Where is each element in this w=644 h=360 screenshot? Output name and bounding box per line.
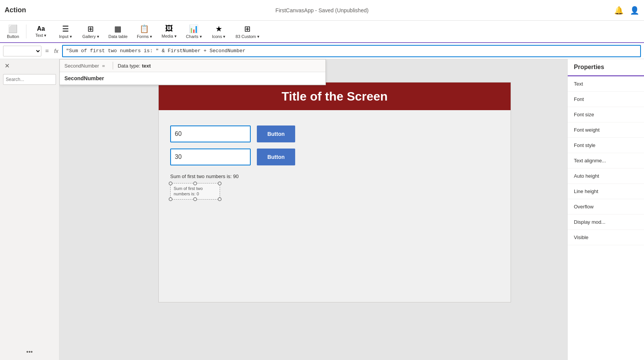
input-icon: ☰ — [62, 24, 69, 33]
gallery-icon: ⊞ — [87, 24, 94, 33]
selected-label-text: Sum of first two numbers is: 0 — [174, 186, 217, 197]
ribbon-media-label: Media — [162, 34, 177, 39]
formula-fx-label: fx — [53, 48, 60, 54]
autocomplete-suggestion[interactable]: SecondNumber — [60, 72, 325, 85]
button-2[interactable]: Button — [257, 149, 295, 165]
autocomplete-row: SecondNumber = Data type: text — [60, 59, 325, 72]
ribbon-datatable-item[interactable]: ▦ Data table — [105, 23, 131, 40]
charts-icon: 📊 — [189, 24, 199, 33]
formula-dropdown[interactable] — [3, 46, 41, 56]
ribbon-media-item[interactable]: 🖼 Media — [158, 23, 181, 40]
first-number-input[interactable] — [170, 126, 251, 142]
left-sidebar: ✕ ••• — [0, 59, 59, 360]
canvas-screen: Title of the Screen Button Button Sum of… — [158, 82, 511, 302]
ribbon-gallery-item[interactable]: ⊞ Gallery — [79, 23, 103, 41]
text-icon: Aa — [37, 25, 45, 32]
ribbon-charts-label: Charts — [186, 34, 202, 39]
custom-icon: ⊞ — [244, 24, 251, 33]
handle-tl[interactable] — [169, 182, 172, 185]
property-auto-height[interactable]: Auto height — [568, 168, 644, 184]
icons-icon: ★ — [215, 24, 222, 33]
canvas-wrapper: SecondNumber = Data type: text SecondNum… — [59, 59, 567, 360]
app-title: FirstCanvasApp - Saved (Unpublished) — [276, 7, 369, 13]
property-line-height[interactable]: Line height — [568, 184, 644, 199]
ribbon-icons-item[interactable]: ★ Icons — [207, 23, 230, 41]
datatable-icon: ▦ — [114, 24, 122, 33]
top-bar: Action FirstCanvasApp - Saved (Unpublish… — [0, 0, 644, 21]
screen-title-text: Title of the Screen — [282, 89, 388, 104]
handle-bl[interactable] — [169, 197, 172, 201]
ribbon-charts-item[interactable]: 📊 Charts — [182, 23, 205, 41]
second-number-input[interactable] — [170, 149, 251, 165]
ribbon-icons-label: Icons — [212, 34, 225, 39]
selected-label-container[interactable]: Sum of first two numbers is: 0 — [170, 183, 220, 200]
screen-title-bar: Title of the Screen — [159, 83, 511, 110]
formula-bar: = fx — [0, 43, 644, 59]
property-font[interactable]: Font — [568, 92, 644, 107]
autocomplete-datatype-value: text — [142, 63, 151, 69]
sidebar-close-button[interactable]: ✕ — [0, 59, 59, 73]
button-1[interactable]: Button — [257, 126, 295, 142]
formula-input-container[interactable] — [62, 45, 641, 57]
handle-tm[interactable] — [193, 182, 197, 185]
property-display-mode[interactable]: Display mod... — [568, 215, 644, 230]
ribbon-gallery-label: Gallery — [82, 34, 99, 39]
property-text-align[interactable]: Text alignme... — [568, 153, 644, 168]
property-font-weight[interactable]: Font weight — [568, 122, 644, 138]
ribbon-input-label: Input — [59, 34, 72, 39]
sum-display-1: Sum of first two numbers is: 90 — [170, 172, 499, 182]
input-row-1: Button — [170, 126, 499, 142]
handle-tr[interactable] — [218, 182, 222, 185]
ribbon-button-label: Button — [7, 34, 19, 39]
input-row-2: Button — [170, 149, 499, 165]
formula-eq-sign: = — [44, 48, 50, 54]
ribbon-forms-label: Forms — [137, 34, 152, 39]
sum-line1: Sum of first two — [174, 186, 203, 191]
notification-icon[interactable]: 🔔 — [614, 6, 624, 15]
sum-line2: numbers is: 0 — [174, 192, 199, 196]
top-bar-icons: 🔔 👤 — [614, 6, 639, 15]
right-panel: Properties Text Font Font size Font weig… — [567, 59, 644, 360]
forms-icon: 📋 — [140, 24, 149, 33]
media-icon: 🖼 — [165, 24, 173, 33]
ribbon-custom-label: 83 Custom — [236, 34, 260, 39]
autocomplete-datatype-label: Data type: — [118, 63, 140, 69]
autocomplete-panel: SecondNumber = Data type: text SecondNum… — [59, 59, 326, 85]
sidebar-search-input[interactable] — [3, 74, 56, 85]
handle-br[interactable] — [218, 197, 222, 201]
autocomplete-separator — [113, 62, 113, 69]
ribbon-text-item[interactable]: Aa Text — [30, 24, 53, 40]
top-bar-title: Action — [5, 6, 26, 14]
autocomplete-equals-sign: = — [102, 63, 105, 69]
properties-header: Properties — [568, 59, 644, 76]
button-icon: ⬜ — [8, 24, 18, 33]
handle-bm[interactable] — [193, 197, 197, 201]
property-font-style[interactable]: Font style — [568, 138, 644, 153]
ribbon-forms-item[interactable]: 📋 Forms — [133, 23, 156, 41]
property-visible[interactable]: Visible — [568, 230, 644, 245]
sidebar-more-button[interactable]: ••• — [0, 344, 59, 360]
ribbon-input-item[interactable]: ☰ Input — [54, 23, 77, 41]
formula-input[interactable] — [66, 48, 637, 54]
property-overflow[interactable]: Overflow — [568, 199, 644, 215]
property-text[interactable]: Text — [568, 76, 644, 92]
property-font-size[interactable]: Font size — [568, 107, 644, 122]
ribbon-separator — [26, 25, 26, 38]
ribbon-button-item[interactable]: ⬜ Button — [3, 23, 23, 40]
main-layout: ✕ ••• SecondNumber = Data type: text Sec… — [0, 59, 644, 360]
ribbon-text-label: Text — [35, 33, 46, 38]
ribbon-custom-item[interactable]: ⊞ 83 Custom — [232, 23, 263, 41]
ribbon: ⬜ Button Aa Text ☰ Input ⊞ Gallery ▦ Dat… — [0, 21, 644, 43]
screen-body: Button Button Sum of first two numbers i… — [159, 110, 511, 302]
ribbon-datatable-label: Data table — [108, 34, 128, 39]
autocomplete-equals: SecondNumber — [64, 63, 99, 69]
user-icon[interactable]: 👤 — [630, 6, 639, 15]
